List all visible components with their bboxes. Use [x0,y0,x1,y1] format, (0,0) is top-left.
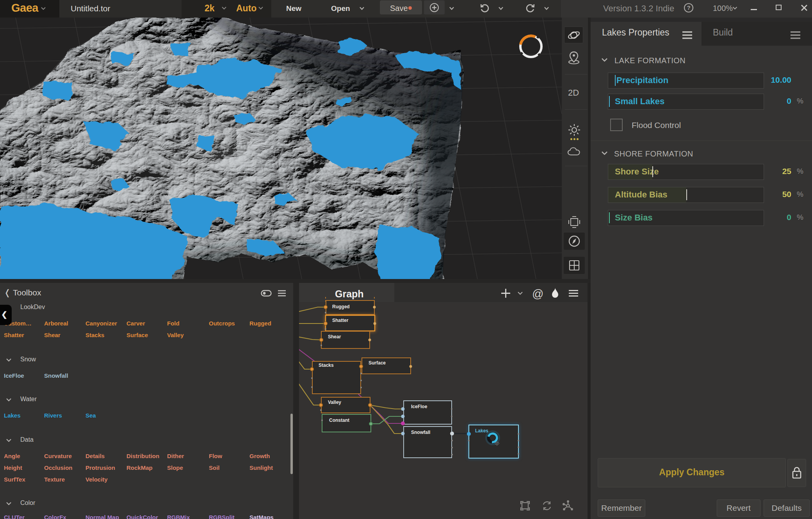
svg-text:Snowfall: Snowfall [411,430,430,435]
svg-text:Rugged: Rugged [332,304,350,309]
svg-text:Constant: Constant [329,418,349,423]
svg-text:?: ? [687,4,690,11]
svg-text:Lakes: Lakes [475,428,488,434]
svg-text:Shatter: Shatter [332,318,349,323]
svg-text:Stacks: Stacks [319,363,334,368]
svg-text:Shear: Shear [328,334,341,339]
svg-text:IceFloe: IceFloe [411,404,427,409]
svg-text:Surface: Surface [369,360,386,366]
svg-text:Valley: Valley [328,400,341,405]
